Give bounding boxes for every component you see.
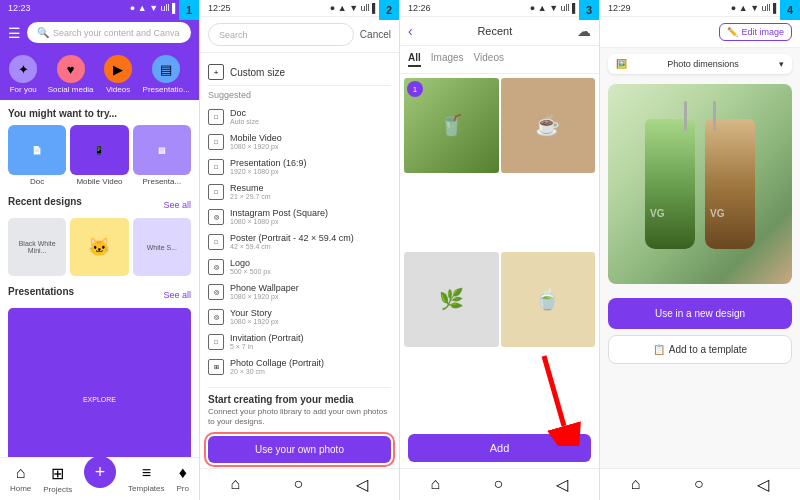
tab-videos[interactable]: Videos [474, 52, 504, 67]
panel-number-4: 4 [780, 0, 800, 20]
presentations-see-all[interactable]: See all [163, 290, 191, 300]
suggested-label: Suggested [208, 90, 391, 100]
try-doc-thumb: 📄 [8, 125, 66, 175]
add-button[interactable]: + [84, 456, 116, 488]
search-bar-1: ☰ 🔍 Search your content and Canva [0, 16, 199, 49]
invitation-icon: □ [208, 334, 224, 350]
home-icon-2[interactable]: ⌂ [231, 475, 241, 494]
list-item-presentation[interactable]: □ Presentation (16:9) 1920 × 1080 px [208, 154, 391, 179]
pres-1[interactable]: EXPLORE [8, 308, 191, 457]
list-item-invitation[interactable]: □ Invitation (Portrait) 5 × 7 in [208, 329, 391, 354]
projects-label: Projects [43, 485, 72, 494]
photo-item-1[interactable]: 🥤 1 [404, 78, 499, 173]
try-mobile-thumb: 📱 [70, 125, 128, 175]
status-bar-3: 12:26 ● ▲ ▼ ull ▌ 88 [400, 0, 599, 17]
pro-label: Pro [177, 484, 189, 493]
bottom-nav-4: ⌂ ○ ◁ [600, 468, 800, 500]
recent-dropdown[interactable]: Recent [477, 25, 512, 37]
back-icon-3[interactable]: ◁ [556, 475, 568, 494]
mobile-video-icon: □ [208, 134, 224, 150]
photo-dimensions-icon: 🖼️ [616, 59, 627, 69]
list-item-instagram[interactable]: ◎ Instagram Post (Square) 1080 × 1080 px [208, 204, 391, 229]
back-icon-4[interactable]: ◁ [757, 475, 769, 494]
back-icon-2[interactable]: ◁ [356, 475, 368, 494]
hamburger-icon[interactable]: ☰ [8, 25, 21, 41]
circle-icon-2[interactable]: ○ [294, 475, 304, 494]
recent-2[interactable]: 🐱 [70, 218, 128, 276]
status-bar-4: 12:29 ● ▲ ▼ ull ▌ 86 [600, 0, 800, 17]
nav-social-media[interactable]: ♥ Social media [48, 55, 94, 94]
bottom-home[interactable]: ⌂ Home [10, 464, 31, 494]
panel-2: 2 12:25 ● ▲ ▼ ull ▌ 88 Search Cancel + C… [200, 0, 400, 500]
tab-images[interactable]: Images [431, 52, 464, 67]
home-icon-4[interactable]: ⌂ [631, 475, 641, 494]
photo-thumb-4: 🍵 [501, 252, 596, 347]
presentations-grid: EXPLORE [8, 308, 191, 457]
search-input-2[interactable]: Search [208, 23, 354, 46]
photo-item-2[interactable]: ☕ [501, 78, 596, 173]
list-item-logo[interactable]: ◎ Logo 500 × 500 px [208, 254, 391, 279]
back-button-3[interactable]: ‹ [408, 23, 413, 39]
instagram-label: Instagram Post (Square) [230, 208, 328, 218]
resume-icon: □ [208, 184, 224, 200]
logo-sub: 500 × 500 px [230, 268, 271, 275]
bottom-projects[interactable]: ⊞ Projects [43, 464, 72, 494]
list-item-doc[interactable]: □ Doc Auto size [208, 104, 391, 129]
list-item-wallpaper[interactable]: ◎ Phone Wallpaper 1080 × 1920 px [208, 279, 391, 304]
photo-thumb-2: ☕ [501, 78, 596, 173]
cloud-icon[interactable]: ☁ [577, 23, 591, 39]
try-pres-thumb: ▤ [133, 125, 191, 175]
presentation-label: Presentation (16:9) [230, 158, 307, 168]
bottom-add[interactable]: + [84, 464, 116, 494]
list-item-resume[interactable]: □ Resume 21 × 29.7 cm [208, 179, 391, 204]
presentations-icon: ▤ [152, 55, 180, 83]
list-item-mobile-video[interactable]: □ Mobile Video 1080 × 1920 px [208, 129, 391, 154]
use-in-new-design-button[interactable]: Use in a new design [608, 298, 792, 329]
nav-videos[interactable]: ▶ Videos [104, 55, 132, 94]
list-item-collage[interactable]: ⊞ Photo Collage (Portrait) 20 × 30 cm [208, 354, 391, 379]
photo-dimensions-dropdown[interactable]: 🖼️ Photo dimensions ▾ [608, 54, 792, 74]
try-doc[interactable]: 📄 Doc [8, 125, 66, 186]
edit-image-button[interactable]: ✏️ Edit image [719, 23, 792, 41]
bottom-nav-3: ⌂ ○ ◁ [400, 468, 599, 500]
presentation-icon: □ [208, 159, 224, 175]
nav-presentations[interactable]: ▤ Presentatio... [143, 55, 190, 94]
status-bar-2: 12:25 ● ▲ ▼ ull ▌ 88 [200, 0, 399, 17]
add-button-3[interactable]: Add [408, 434, 591, 462]
custom-size-item[interactable]: + Custom size [208, 59, 391, 86]
recent-3[interactable]: White S... [133, 218, 191, 276]
add-to-template-button[interactable]: 📋 Add to a template [608, 335, 792, 364]
action-buttons: Use in a new design 📋 Add to a template [600, 292, 800, 370]
poster-label: Poster (Portrait - 42 × 59.4 cm) [230, 233, 354, 243]
photo-item-3[interactable]: 🌿 [404, 252, 499, 347]
filter-tabs: All Images Videos [400, 46, 599, 74]
custom-size-label: Custom size [230, 67, 285, 78]
home-label: Home [10, 484, 31, 493]
template-label: Add to a template [669, 344, 747, 355]
tab-all[interactable]: All [408, 52, 421, 67]
invitation-sub: 5 × 7 in [230, 343, 304, 350]
photo-item-4[interactable]: 🍵 [501, 252, 596, 347]
p2-content: + Custom size Suggested □ Doc Auto size … [200, 53, 399, 468]
circle-icon-4[interactable]: ○ [694, 475, 704, 494]
story-sub: 1080 × 1920 px [230, 318, 278, 325]
wallpaper-icon: ◎ [208, 284, 224, 300]
try-presentation[interactable]: ▤ Presenta... [133, 125, 191, 186]
recent-1[interactable]: Black White Mini... [8, 218, 66, 276]
search-input-wrapper[interactable]: 🔍 Search your content and Canva [27, 22, 191, 43]
list-item-story[interactable]: ◎ Your Story 1080 × 1920 px [208, 304, 391, 329]
try-mobile-video[interactable]: 📱 Mobile Video [70, 125, 128, 186]
home-icon-3[interactable]: ⌂ [431, 475, 441, 494]
circle-icon-3[interactable]: ○ [494, 475, 504, 494]
panel-number-2: 2 [379, 0, 399, 20]
nav-for-you[interactable]: ✦ For you [9, 55, 37, 94]
logo-icon: ◎ [208, 259, 224, 275]
bottom-templates[interactable]: ≡ Templates [128, 464, 164, 494]
cancel-button-2[interactable]: Cancel [360, 29, 391, 40]
list-item-poster[interactable]: □ Poster (Portrait - 42 × 59.4 cm) 42 × … [208, 229, 391, 254]
use-own-photo-button[interactable]: Use your own photo [208, 436, 391, 463]
bottom-pro[interactable]: ♦ Pro [177, 464, 189, 494]
recent-see-all[interactable]: See all [163, 200, 191, 210]
panel-number-1: 1 [179, 0, 199, 20]
logo-label: Logo [230, 258, 271, 268]
